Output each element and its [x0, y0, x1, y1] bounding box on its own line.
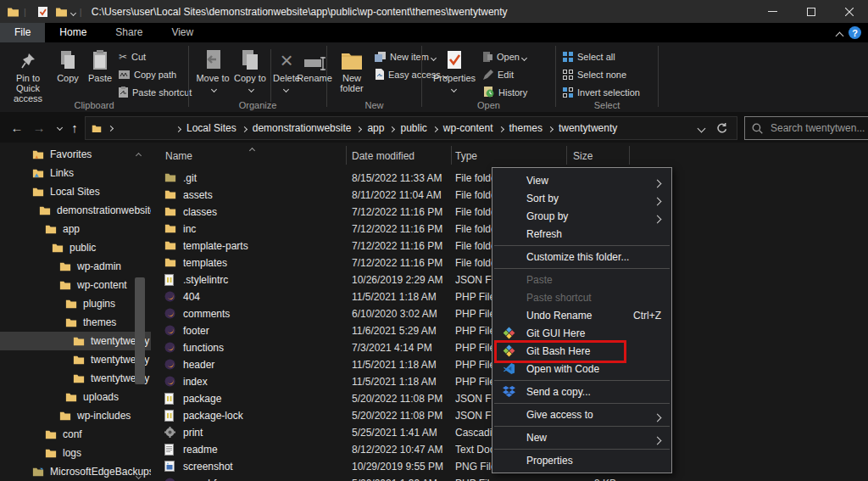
sidebar-item-logs[interactable]: logs: [0, 444, 151, 462]
php-file-icon: [164, 291, 175, 302]
invert-selection-icon-button[interactable]: Invert selection: [563, 83, 640, 101]
breadcrumb-public[interactable]: public: [400, 122, 426, 134]
address-bar[interactable]: Local Sites demonstrationwebsite app pub…: [85, 116, 737, 140]
help-icon[interactable]: ?: [849, 26, 861, 39]
minimize-button[interactable]: [754, 0, 792, 23]
paste-button[interactable]: Paste: [85, 47, 115, 83]
edit-button[interactable]: Edit: [483, 65, 527, 83]
menu-item-customize-this-folder[interactable]: Customize this folder...: [492, 248, 671, 266]
sidebar-scroll-down-icon[interactable]: [136, 469, 141, 481]
sidebar-scroll-up-icon[interactable]: [136, 148, 141, 160]
menu-item-paste[interactable]: Paste: [492, 271, 671, 288]
pin-to-quick-access-button[interactable]: Pin to Quick access: [5, 47, 51, 103]
sidebar-item-plugins[interactable]: plugins: [0, 294, 151, 313]
sidebar-item-themes[interactable]: themes: [0, 313, 151, 332]
paste-shortcut-button[interactable]: Paste shortcut: [119, 83, 192, 101]
sidebar-item-links[interactable]: Links: [0, 164, 151, 182]
sidebar-item-microsoftedgebackups[interactable]: MicrosoftEdgeBackups: [0, 462, 151, 481]
sidebar-item-app[interactable]: app: [0, 220, 151, 238]
refresh-icon[interactable]: [716, 122, 728, 134]
breadcrumb-app[interactable]: app: [367, 122, 384, 134]
column-header-name[interactable]: Name: [165, 150, 192, 162]
menu-item-give-access-to[interactable]: Give access to: [492, 405, 671, 423]
forward-button[interactable]: →: [29, 117, 49, 137]
search-input[interactable]: [769, 121, 868, 135]
sidebar-item-uploads[interactable]: uploads: [0, 388, 151, 406]
open-button[interactable]: Open: [483, 48, 527, 65]
tab-home[interactable]: Home: [45, 23, 101, 42]
new-folder-button[interactable]: New folder: [332, 47, 371, 93]
menu-item-git-gui-here[interactable]: Git GUI Here: [492, 324, 671, 342]
copy-button[interactable]: Copy: [53, 47, 83, 83]
menu-item-view[interactable]: View: [492, 171, 671, 189]
column-divider[interactable]: [346, 146, 347, 165]
column-divider[interactable]: [629, 146, 630, 165]
move-to-button[interactable]: Move to: [196, 47, 230, 93]
address-dropdown-icon[interactable]: [698, 122, 704, 134]
sidebar-item-demonstrationwebsite[interactable]: demonstrationwebsite: [0, 201, 151, 220]
menu-item-open-with-code[interactable]: Open with Code: [492, 360, 671, 378]
sidebar-item-wp-includes[interactable]: wp-includes: [0, 406, 151, 425]
title-bar: | | C:\Users\user\Local Sites\demonstrat…: [0, 0, 868, 23]
select-none-button[interactable]: Select none: [563, 65, 640, 83]
menu-item-refresh[interactable]: Refresh: [492, 225, 671, 243]
delete-button[interactable]: × Delete: [272, 47, 301, 93]
history-button[interactable]: History: [483, 83, 527, 101]
menu-divider: [494, 403, 670, 404]
cut-button[interactable]: ✂ Cut: [119, 48, 192, 65]
breadcrumb-local-sites[interactable]: Local Sites: [186, 122, 236, 134]
menu-item-new[interactable]: New: [492, 428, 671, 446]
column-header-type[interactable]: Type: [455, 150, 477, 162]
select-all-button[interactable]: Select all: [563, 48, 640, 65]
column-divider[interactable]: [566, 146, 567, 165]
sidebar-item-favorites[interactable]: Favorites: [0, 145, 151, 164]
maximize-button[interactable]: [792, 0, 830, 23]
folder-icon: [45, 224, 57, 234]
sidebar-item-wp-admin[interactable]: wp-admin: [0, 257, 151, 276]
menu-item-sort-by[interactable]: Sort by: [492, 189, 671, 207]
menu-item-paste-shortcut[interactable]: Paste shortcut: [492, 288, 671, 306]
breadcrumb-demonstrationwebsite[interactable]: demonstrationwebsite: [253, 122, 352, 134]
close-button[interactable]: [830, 0, 868, 23]
php-file-icon: [164, 325, 175, 336]
breadcrumb-chevron[interactable]: [102, 126, 113, 131]
qat-dropdown-icon[interactable]: [71, 6, 75, 18]
column-header-date-modified[interactable]: Date modified: [352, 150, 415, 162]
back-button[interactable]: ←: [7, 117, 27, 137]
divider: |: [80, 7, 82, 17]
qat-properties-icon[interactable]: [37, 6, 48, 18]
menu-item-git-bash-here[interactable]: Git Bash Here: [492, 342, 671, 360]
sidebar-item-twentytwenty-selected[interactable]: twentytwenty: [0, 332, 151, 350]
qat-new-folder-icon[interactable]: [55, 7, 68, 17]
sidebar-item-wp-content[interactable]: wp-content: [0, 276, 151, 294]
edit-pencil-icon: [483, 70, 493, 80]
breadcrumb-wp-content[interactable]: wp-content: [443, 122, 493, 134]
menu-item-properties[interactable]: Properties: [492, 451, 671, 469]
sidebar-item-public[interactable]: public: [0, 238, 151, 257]
column-header-size[interactable]: Size: [573, 150, 593, 162]
copy-to-button[interactable]: Copy to: [233, 47, 267, 93]
breadcrumb-themes[interactable]: themes: [509, 122, 542, 134]
menu-item-group-by[interactable]: Group by: [492, 207, 671, 225]
dropbox-icon: [503, 385, 515, 397]
tab-view[interactable]: View: [157, 23, 208, 42]
sidebar-item-conf[interactable]: conf: [0, 425, 151, 444]
window-controls: [754, 0, 868, 23]
menu-divider: [494, 426, 670, 427]
sidebar-scrollbar[interactable]: [135, 277, 145, 384]
tab-share[interactable]: Share: [101, 23, 157, 42]
tab-file[interactable]: File: [0, 23, 45, 42]
sidebar-item-local-sites[interactable]: Local Sites: [0, 182, 151, 201]
column-divider[interactable]: [451, 146, 452, 165]
up-button[interactable]: ↑: [64, 117, 85, 137]
breadcrumb-twentytwenty[interactable]: twentytwenty: [559, 122, 617, 134]
sidebar-item-twentytwenty-2[interactable]: twentytwenty: [0, 350, 151, 369]
properties-button[interactable]: Properties: [432, 47, 476, 93]
copy-path-button[interactable]: Copy path: [119, 65, 192, 83]
collapse-ribbon-icon[interactable]: [837, 30, 843, 42]
sidebar-item-twentytwenty-3[interactable]: twentytwenty: [0, 369, 151, 388]
menu-item-send-a-copy[interactable]: Send a copy...: [492, 383, 671, 400]
menu-item-undo-rename[interactable]: Undo Rename Ctrl+Z: [492, 306, 671, 324]
file-row-searchform[interactable]: searchform5/20/2021 1:39 AMPHP File3 KB: [157, 475, 632, 481]
json-file-icon: [164, 274, 174, 286]
